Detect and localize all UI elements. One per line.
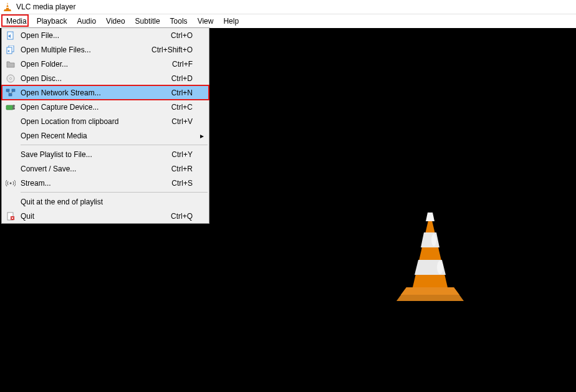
svg-point-10 <box>431 234 436 246</box>
menu-item-label: Open Multiple Files... <box>21 45 151 54</box>
menu-item-label: Open Network Stream... <box>21 88 171 97</box>
menu-video[interactable]: Video <box>101 14 130 28</box>
menu-item-shortcut: Ctrl+C <box>171 103 206 112</box>
menu-media[interactable]: Media <box>1 14 32 28</box>
menu-help[interactable]: Help <box>218 14 244 28</box>
menu-item-shortcut: Ctrl+R <box>171 165 206 173</box>
menu-playback[interactable]: Playback <box>32 14 72 28</box>
submenu-arrow-icon: ▸ <box>200 131 204 140</box>
file-icon <box>4 31 17 41</box>
menu-item-shortcut: Ctrl+O <box>171 31 206 40</box>
svg-line-23 <box>7 92 10 93</box>
blank-icon <box>4 164 17 174</box>
svg-marker-7 <box>426 213 434 221</box>
svg-marker-5 <box>401 287 459 295</box>
menu-save-playlist[interactable]: Save Playlist to File... Ctrl+Y <box>2 147 209 161</box>
menu-item-label: Open Recent Media <box>21 131 206 140</box>
menu-item-label: Open Disc... <box>21 74 171 83</box>
titlebar: VLC media player <box>0 0 576 14</box>
files-icon <box>4 45 17 55</box>
stream-icon <box>4 178 17 188</box>
menu-view[interactable]: View <box>193 14 219 28</box>
menu-item-shortcut: Ctrl+F <box>172 60 206 69</box>
menu-open-capture-device[interactable]: Open Capture Device... Ctrl+C <box>2 100 209 114</box>
menu-open-network-stream[interactable]: Open Network Stream... Ctrl+N <box>2 85 209 100</box>
menu-open-file[interactable]: Open File... Ctrl+O <box>2 28 209 42</box>
menu-item-shortcut: Ctrl+D <box>171 74 206 83</box>
svg-point-28 <box>10 182 12 184</box>
menu-convert-save[interactable]: Convert / Save... Ctrl+R <box>2 161 209 176</box>
svg-rect-2 <box>6 7 9 8</box>
svg-rect-1 <box>7 4 9 6</box>
svg-marker-3 <box>4 9 11 11</box>
menu-item-label: Open File... <box>21 31 171 40</box>
media-dropdown: Open File... Ctrl+O Open Multiple Files.… <box>1 27 209 224</box>
vlc-cone-logo <box>386 209 474 302</box>
quit-icon <box>4 211 17 221</box>
blank-icon <box>4 117 17 127</box>
menu-open-recent-media[interactable]: Open Recent Media ▸ <box>2 128 209 143</box>
menu-tools[interactable]: Tools <box>165 14 193 28</box>
menu-item-shortcut: Ctrl+S <box>171 179 206 188</box>
svg-rect-21 <box>12 89 15 92</box>
menu-audio[interactable]: Audio <box>72 14 101 28</box>
menu-item-label: Convert / Save... <box>21 165 171 173</box>
svg-marker-8 <box>421 232 439 247</box>
svg-rect-20 <box>6 89 9 92</box>
menu-item-label: Open Location from clipboard <box>21 117 171 126</box>
blank-icon <box>4 131 17 141</box>
menu-item-shortcut: Ctrl+Shift+O <box>151 45 206 54</box>
svg-marker-6 <box>413 213 448 287</box>
menu-item-shortcut: Ctrl+Q <box>171 212 206 221</box>
disc-icon <box>4 74 17 84</box>
menu-item-label: Open Folder... <box>21 60 172 69</box>
svg-line-24 <box>11 92 13 93</box>
window-title: VLC media player <box>16 2 75 11</box>
svg-point-27 <box>12 107 15 110</box>
blank-icon <box>4 150 17 160</box>
vlc-cone-icon <box>2 2 12 12</box>
menu-separator <box>21 192 208 193</box>
menu-item-label: Open Capture Device... <box>21 103 171 112</box>
menu-separator <box>21 145 208 145</box>
menu-item-shortcut: Ctrl+V <box>171 117 206 126</box>
menubar: Media Playback Audio Video Subtitle Tool… <box>0 14 576 28</box>
svg-rect-22 <box>9 93 12 96</box>
blank-icon <box>4 197 17 207</box>
menu-item-label: Quit at the end of playlist <box>21 198 206 206</box>
svg-point-26 <box>12 105 15 107</box>
menu-subtitle[interactable]: Subtitle <box>130 14 165 28</box>
menu-item-label: Quit <box>21 212 171 221</box>
svg-point-11 <box>437 261 443 274</box>
svg-point-19 <box>10 77 12 79</box>
menu-item-label: Stream... <box>21 179 171 188</box>
menu-item-label: Save Playlist to File... <box>21 150 171 159</box>
menu-open-multiple-files[interactable]: Open Multiple Files... Ctrl+Shift+O <box>2 42 209 57</box>
menu-open-location-clipboard[interactable]: Open Location from clipboard Ctrl+V <box>2 114 209 128</box>
svg-marker-0 <box>6 2 9 9</box>
menu-item-shortcut: Ctrl+N <box>171 88 206 97</box>
menu-stream[interactable]: Stream... Ctrl+S <box>2 176 209 190</box>
capture-icon <box>4 102 17 112</box>
menu-open-disc[interactable]: Open Disc... Ctrl+D <box>2 71 209 85</box>
folder-icon <box>4 59 17 69</box>
menu-item-shortcut: Ctrl+Y <box>171 150 206 159</box>
network-icon <box>4 88 17 98</box>
menu-quit[interactable]: Quit Ctrl+Q <box>2 209 209 223</box>
menu-open-folder[interactable]: Open Folder... Ctrl+F <box>2 57 209 71</box>
svg-rect-25 <box>6 105 13 110</box>
menu-quit-end-playlist[interactable]: Quit at the end of playlist <box>2 194 209 209</box>
